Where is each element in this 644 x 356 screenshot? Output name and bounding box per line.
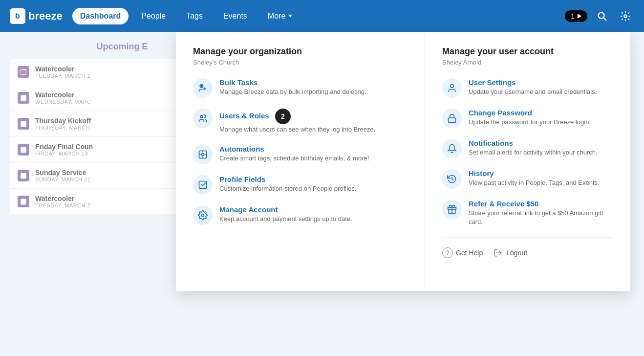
settings-button[interactable] (617, 7, 634, 25)
nav-dashboard[interactable]: Dashboard (72, 8, 129, 24)
manage-account-icon (193, 205, 213, 225)
automations-item[interactable]: Automations Create smart tags, schedule … (193, 145, 408, 164)
logo[interactable]: b breeze (10, 8, 63, 24)
svg-point-22 (201, 85, 202, 87)
logo-icon: b (10, 8, 25, 24)
change-password-item[interactable]: Change Password Update the password for … (442, 109, 613, 128)
manage-account-title: Manage Account (219, 205, 352, 214)
svg-rect-28 (199, 181, 207, 189)
logo-text: breeze (28, 10, 63, 22)
org-section-subtitle: Sheley's Church (193, 59, 408, 66)
main-content: Upcoming E Watercooler TUESDAY, MARCH 1 … (0, 32, 644, 356)
refer-receive-icon (442, 200, 462, 219)
users-roles-item[interactable]: Users & Roles 2 Manage what users can se… (193, 109, 408, 134)
users-roles-desc: Manage what users can see when they log … (219, 125, 375, 134)
users-roles-icon (193, 109, 213, 128)
notifications-desc: Set email alerts for activity within you… (469, 148, 598, 157)
main-nav: Dashboard People Tags Events More (72, 8, 565, 24)
user-section-subtitle: Sheley Arnold (442, 59, 613, 66)
bulk-tasks-item[interactable]: Bulk Tasks Manage Breeze data by bulk im… (193, 78, 408, 98)
logout-icon (493, 247, 503, 258)
automations-icon (193, 145, 213, 164)
notifications-title: Notifications (469, 139, 598, 147)
user-settings-icon (442, 78, 462, 98)
bulk-tasks-title: Bulk Tasks (219, 78, 366, 87)
svg-point-30 (451, 85, 454, 88)
svg-point-29 (202, 214, 204, 217)
user-settings-title: User Settings (469, 78, 597, 87)
svg-point-2 (624, 15, 627, 18)
header-right: 1 (565, 7, 634, 25)
automations-title: Automations (219, 145, 369, 153)
refer-receive-item[interactable]: Refer & Receive $50 Share your referral … (442, 200, 613, 226)
notifications-item[interactable]: Notifications Set email alerts for activ… (442, 139, 613, 158)
notification-count: 1 (571, 12, 575, 20)
more-dropdown: Manage your organization Sheley's Church… (176, 32, 630, 291)
user-section-title: Manage your user account (442, 46, 613, 57)
nav-people[interactable]: People (133, 8, 173, 24)
svg-point-27 (202, 154, 204, 156)
bulk-tasks-icon (193, 78, 213, 98)
org-section-title: Manage your organization (193, 46, 408, 57)
logout-link[interactable]: Logout (493, 247, 527, 258)
notification-arrow-icon (578, 14, 581, 19)
change-password-desc: Update the password for your Breeze logi… (469, 118, 591, 127)
user-settings-item[interactable]: User Settings Update your username and e… (442, 78, 613, 98)
notifications-icon (442, 139, 462, 158)
help-icon: ? (442, 247, 453, 258)
header: b breeze Dashboard People Tags Events Mo… (0, 0, 644, 32)
search-button[interactable] (593, 7, 611, 25)
automations-desc: Create smart tags, schedule birthday ema… (219, 154, 369, 163)
svg-point-25 (200, 115, 203, 118)
manage-org-section: Manage your organization Sheley's Church… (176, 32, 425, 291)
nav-events[interactable]: Events (215, 8, 255, 24)
notification-badge[interactable]: 1 (565, 10, 587, 22)
manage-account-item[interactable]: Manage Account Keep account and payment … (193, 205, 408, 225)
user-settings-desc: Update your username and email credentia… (469, 88, 597, 96)
nav-more[interactable]: More (260, 8, 300, 24)
refer-receive-desc: Share your referral link to get a $50 Am… (469, 209, 613, 226)
history-desc: View past activity in People, Tags, and … (469, 178, 600, 187)
profile-fields-item[interactable]: Profile Fields Customize information sto… (193, 175, 408, 195)
profile-fields-desc: Customize information stored on People p… (219, 184, 356, 193)
search-icon (597, 11, 607, 22)
get-help-link[interactable]: ? Get Help (442, 247, 483, 258)
bulk-tasks-desc: Manage Breeze data by bulk importing and… (219, 88, 366, 96)
step-2-badge: 2 (275, 109, 291, 124)
nav-tags[interactable]: Tags (178, 8, 211, 24)
users-roles-title: Users & Roles 2 (219, 109, 375, 124)
refer-receive-title: Refer & Receive $50 (469, 200, 613, 208)
chevron-down-icon (288, 15, 292, 17)
history-title: History (469, 169, 600, 178)
gear-icon (620, 11, 631, 22)
svg-rect-31 (449, 118, 456, 122)
change-password-icon (442, 109, 462, 128)
change-password-title: Change Password (469, 109, 591, 117)
manage-account-desc: Keep account and payment settings up to … (219, 215, 352, 223)
history-item[interactable]: History View past activity in People, Ta… (442, 169, 613, 189)
profile-fields-icon (193, 175, 213, 195)
svg-line-1 (603, 18, 606, 20)
profile-fields-title: Profile Fields (219, 175, 356, 183)
history-icon (442, 169, 462, 189)
dropdown-footer: ? Get Help Logout (442, 237, 613, 258)
manage-user-section: Manage your user account Sheley Arnold U… (425, 32, 630, 291)
